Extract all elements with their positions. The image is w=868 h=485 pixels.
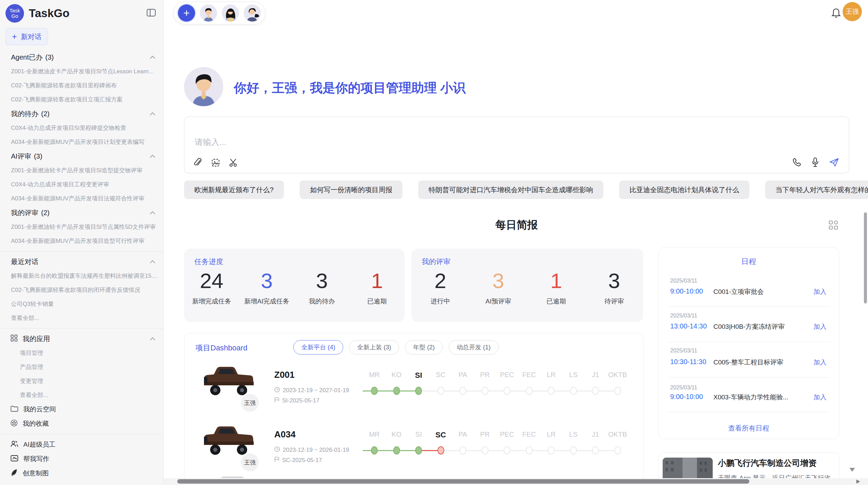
- app-item[interactable]: 变更管理: [0, 374, 164, 388]
- sidebar-item-label: AI超级员工: [23, 440, 56, 449]
- sidebar-item-帮我写作[interactable]: 帮我写作: [0, 452, 164, 466]
- plus-icon: +: [183, 8, 190, 18]
- agent-avatar-2[interactable]: [222, 4, 239, 22]
- logo-line2: Go: [11, 13, 18, 19]
- stat-row: 24新增完成任务3新增AI完成任务3我的待办1已逾期: [184, 269, 405, 306]
- dashboard-filter[interactable]: 全新上装 (3): [349, 340, 399, 355]
- vertical-scrollbar-thumb[interactable]: [864, 212, 867, 303]
- suggestion-chip[interactable]: 比亚迪全固态电池计划具体说了什么: [619, 181, 749, 199]
- section-title: 我的评审: [11, 208, 38, 217]
- stat: 3我的待办: [294, 269, 350, 306]
- milestone-dot: [526, 446, 533, 455]
- dashboard-filter[interactable]: 动总开发 (1): [449, 340, 498, 355]
- suggestion-chip[interactable]: 特朗普可能对进口汽车增税会对中国车企造成哪些影响: [418, 181, 603, 199]
- chevron-up-icon: [149, 154, 156, 159]
- layout-grid-icon[interactable]: [828, 220, 839, 232]
- user-name: 王强: [846, 7, 859, 16]
- section-title: 最近对话: [11, 257, 38, 266]
- scissors-icon[interactable]: [229, 158, 238, 167]
- recent-chat-item[interactable]: 查看全部...: [0, 311, 164, 325]
- milestone-label: OKTB: [606, 431, 630, 438]
- task-item[interactable]: C0X4-动力总成开发项目工程变更评审: [0, 177, 164, 191]
- dashboard-filter[interactable]: 全新平台 (4): [293, 340, 343, 355]
- sidebar-item-创意制图[interactable]: 创意制图: [0, 466, 164, 481]
- collapse-sidebar-icon[interactable]: [146, 8, 156, 18]
- stat-value: 3: [239, 269, 294, 293]
- milestone-dot: [570, 446, 577, 455]
- mic-icon[interactable]: [811, 157, 819, 167]
- join-meeting-link[interactable]: 加入: [813, 358, 827, 367]
- milestone-dot: [393, 387, 400, 395]
- app-item[interactable]: 项目管理: [0, 346, 164, 360]
- schedule-separator: [667, 342, 830, 342]
- sidebar-header: Task Go TaskGo: [5, 4, 158, 23]
- scroll-down-arrow[interactable]: [849, 468, 855, 472]
- section-title: AI评审: [11, 152, 31, 161]
- suggestion-chip[interactable]: 如何写一份清晰的项目周报: [300, 181, 402, 199]
- schedule-time: 13:00-14:30: [670, 322, 707, 330]
- section-header[interactable]: 我的待办(2): [0, 107, 164, 121]
- sidebar-item-AI超级员工[interactable]: AI超级员工: [0, 437, 164, 452]
- dashboard-filter[interactable]: 年型 (2): [405, 340, 443, 355]
- phone-icon[interactable]: [792, 158, 801, 167]
- join-meeting-link[interactable]: 加入: [813, 322, 827, 331]
- join-meeting-link[interactable]: 加入: [813, 287, 827, 296]
- briefing-title: 每日简报: [184, 218, 849, 232]
- section-header[interactable]: 我的应用: [0, 332, 164, 346]
- app-item[interactable]: 查看全部...: [0, 388, 164, 402]
- send-icon[interactable]: [829, 158, 839, 167]
- suggestion-chip[interactable]: 当下年轻人对汽车外观有怎样的喜好趋势: [765, 181, 868, 199]
- scroll-right-arrow[interactable]: [856, 480, 860, 484]
- stat-value: 1: [527, 269, 585, 293]
- sidebar-item-我的云空间[interactable]: 我的云空间: [0, 402, 164, 416]
- user-avatar[interactable]: 王强: [843, 2, 862, 21]
- chevron-up-icon: [149, 210, 156, 215]
- agent-avatar-3[interactable]: [244, 4, 261, 22]
- task-item[interactable]: A034-全新新能源MUV产品开发项目计划变更表编写: [0, 135, 164, 149]
- stat-value: 1: [349, 269, 405, 293]
- stat-row: 2进行中3AI预评审1已逾期3待评审: [411, 269, 643, 306]
- stat-label: 待评审: [585, 297, 643, 306]
- app-item[interactable]: 产品管理: [0, 360, 164, 374]
- agent-avatar-1[interactable]: [200, 4, 217, 22]
- sidebar-item-我的收藏[interactable]: 我的收藏: [0, 416, 164, 431]
- schedule-separator: [667, 412, 830, 412]
- image-icon[interactable]: [211, 158, 220, 167]
- sidebar-sections: Agent已办(3)Z001-全新燃油皮卡产品开发项目SI节点Lesson Le…: [0, 50, 164, 481]
- task-item[interactable]: Z001-全新燃油轻卡产品开发项目SI节点属性5D文件评审: [0, 220, 164, 234]
- join-meeting-link[interactable]: 加入: [813, 393, 827, 402]
- task-item[interactable]: Z001-全新燃油轻卡产品开发项目SI造型提交物评审: [0, 163, 164, 177]
- sidebar-item-label: 我的云空间: [23, 405, 56, 414]
- section-header[interactable]: AI评审(3): [0, 149, 164, 163]
- milestone-label: PR: [473, 431, 497, 438]
- milestone-label: MR: [362, 371, 386, 379]
- briefing-card: 我的评审2进行中3AI预评审1已逾期3待评审: [411, 249, 643, 322]
- new-chat-button[interactable]: + 新对话: [5, 28, 48, 45]
- quill-icon: [10, 469, 18, 478]
- section-header[interactable]: 我的评审(2): [0, 206, 164, 220]
- attach-icon[interactable]: [193, 158, 202, 167]
- section-header[interactable]: 最近对话: [0, 254, 164, 269]
- task-item[interactable]: A034-全新新能源MUV产品开发项目造型可行性评审: [0, 234, 164, 248]
- flag-icon: [274, 397, 279, 405]
- task-item[interactable]: C0X4-动力总成开发项目SI里程碑提交物检查: [0, 121, 164, 135]
- recent-chat-item[interactable]: 解释最新出台的欧盟报废车法规再生塑料比例被调至15%...: [0, 269, 164, 283]
- task-item[interactable]: C02-飞腾新能源轻客改款项目里程碑画布: [0, 78, 164, 92]
- notifications-bell-icon[interactable]: [831, 8, 841, 20]
- app-logo: Task Go: [5, 4, 24, 23]
- chat-input[interactable]: 请输入...: [184, 116, 849, 173]
- view-all-schedule-link[interactable]: 查看所有日程: [659, 424, 839, 433]
- add-agent-button[interactable]: +: [178, 4, 195, 22]
- horizontal-scrollbar-thumb[interactable]: [177, 479, 749, 484]
- sidebar: Task Go TaskGo + 新对话 Agent已办(3)Z001-全新燃油…: [0, 0, 164, 485]
- task-item[interactable]: Z001-全新燃油皮卡产品开发项目SI节点Lesson Learn报告: [0, 64, 164, 78]
- task-item[interactable]: A034-全新新能源MUV产品开发项目法规符合性评审: [0, 191, 164, 206]
- suggestion-chip[interactable]: 欧洲新规最近颁布了什么?: [184, 181, 284, 199]
- recent-chat-item[interactable]: C02-飞腾新能源轻客改款项目的闭环通告反馈情况: [0, 283, 164, 297]
- schedule-time: 9:00-10:00: [670, 287, 703, 295]
- task-item[interactable]: C02-飞腾新能源轻客改款项目立项汇报方案: [0, 92, 164, 107]
- stat: 1已逾期: [349, 269, 405, 306]
- recent-chat-item[interactable]: 公司Q3轻卡销量: [0, 297, 164, 311]
- section-header[interactable]: Agent已办(3): [0, 50, 164, 64]
- dashboard-title: 项目Dashboard: [195, 343, 248, 353]
